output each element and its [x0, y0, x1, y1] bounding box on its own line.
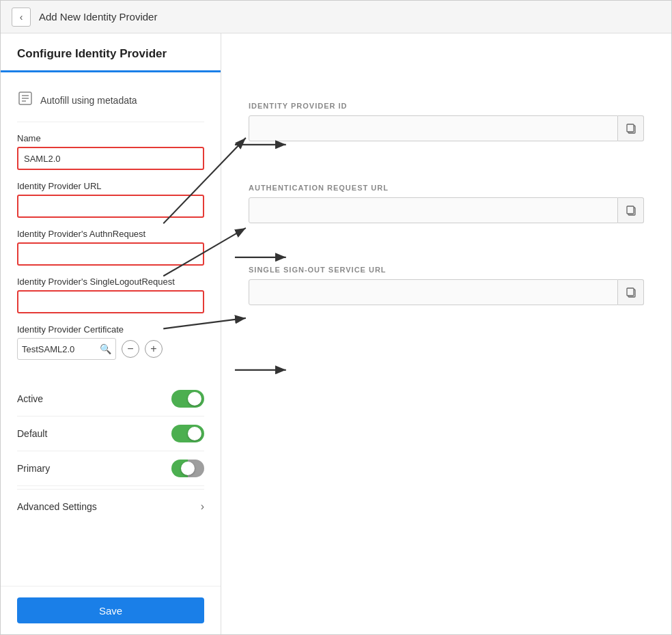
- back-icon: ‹: [20, 12, 23, 23]
- primary-toggle-knob: [181, 462, 195, 475]
- signout-url-input[interactable]: [249, 279, 618, 305]
- name-input[interactable]: [17, 147, 204, 170]
- cert-input-wrap: 🔍: [17, 338, 116, 360]
- left-panel: Configure Identity Provider Autofill usi…: [1, 33, 221, 634]
- default-toggle-knob: [188, 427, 201, 440]
- svg-rect-12: [627, 124, 634, 132]
- idp-id-section: IDENTITY PROVIDER ID: [249, 102, 644, 141]
- certificate-search-button[interactable]: 🔍: [100, 343, 111, 354]
- active-toggle-knob: [188, 392, 201, 406]
- autofill-icon: [17, 90, 33, 111]
- advanced-settings-row[interactable]: Advanced Settings ›: [17, 489, 204, 524]
- idp-id-input[interactable]: [249, 115, 618, 141]
- auth-url-title: AUTHENTICATION REQUEST URL: [249, 184, 644, 192]
- primary-toggle-row: Primary: [17, 451, 204, 486]
- svg-rect-16: [627, 288, 634, 296]
- name-field-group: Name: [17, 133, 204, 170]
- active-toggle[interactable]: [171, 390, 204, 408]
- primary-toggle[interactable]: [171, 460, 204, 477]
- primary-label: Primary: [17, 463, 50, 474]
- app-container: ‹ Add New Identity Provider Configure Id…: [0, 0, 672, 635]
- right-panel: IDENTITY PROVIDER ID AUTHENTICATION REQU…: [221, 33, 671, 634]
- single-logout-label: Identity Provider's SingleLogoutRequest: [17, 277, 204, 287]
- left-panel-header: Configure Identity Provider: [1, 33, 221, 72]
- default-toggle[interactable]: [171, 425, 204, 442]
- signout-url-section: SINGLE SIGN-OUT SERVICE URL: [249, 266, 644, 305]
- main-content: Configure Identity Provider Autofill usi…: [1, 33, 671, 634]
- certificate-remove-button[interactable]: −: [122, 340, 139, 358]
- copy-icon: [626, 123, 636, 134]
- active-toggle-row: Active: [17, 382, 204, 417]
- spacer: [17, 524, 204, 575]
- auth-url-section: AUTHENTICATION REQUEST URL: [249, 184, 644, 223]
- certificate-input[interactable]: [22, 344, 97, 354]
- copy-icon-3: [626, 287, 636, 298]
- certificate-label: Identity Provider Certificate: [17, 324, 204, 335]
- configure-heading: Configure Identity Provider: [17, 47, 204, 61]
- signout-url-input-row: [249, 279, 644, 305]
- active-label: Active: [17, 393, 43, 404]
- auth-url-input[interactable]: [249, 197, 618, 223]
- advanced-settings-label: Advanced Settings: [17, 501, 97, 512]
- save-button[interactable]: Save: [17, 597, 204, 623]
- idp-id-input-row: [249, 115, 644, 141]
- certificate-add-button[interactable]: +: [145, 340, 163, 358]
- signout-url-copy-button[interactable]: [618, 279, 644, 305]
- idp-id-title: IDENTITY PROVIDER ID: [249, 102, 644, 110]
- authn-request-input[interactable]: [17, 242, 204, 266]
- certificate-field-group: Identity Provider Certificate 🔍 − +: [17, 324, 204, 371]
- auth-url-input-row: [249, 197, 644, 223]
- top-bar: ‹ Add New Identity Provider: [1, 1, 671, 33]
- idp-url-field-group: Identity Provider URL: [17, 181, 204, 218]
- idp-url-input[interactable]: [17, 195, 204, 218]
- name-label: Name: [17, 133, 204, 143]
- autofill-row[interactable]: Autofill using metadata: [17, 83, 204, 122]
- idp-id-copy-button[interactable]: [618, 115, 644, 141]
- idp-url-label: Identity Provider URL: [17, 181, 204, 191]
- top-bar-title: Add New Identity Provider: [39, 11, 157, 23]
- chevron-right-icon: ›: [201, 500, 204, 513]
- certificate-row: 🔍 − +: [17, 338, 204, 360]
- single-logout-input[interactable]: [17, 290, 204, 313]
- signout-url-title: SINGLE SIGN-OUT SERVICE URL: [249, 266, 644, 274]
- single-logout-field-group: Identity Provider's SingleLogoutRequest: [17, 277, 204, 313]
- left-panel-body: Autofill using metadata Name Identity Pr…: [1, 72, 221, 586]
- default-label: Default: [17, 428, 47, 439]
- copy-icon-2: [626, 205, 636, 216]
- autofill-label: Autofill using metadata: [40, 95, 137, 106]
- authn-request-label: Identity Provider's AuthnRequest: [17, 229, 204, 239]
- auth-url-copy-button[interactable]: [618, 197, 644, 223]
- save-button-wrap: Save: [1, 586, 221, 634]
- back-button[interactable]: ‹: [12, 8, 31, 27]
- default-toggle-row: Default: [17, 417, 204, 451]
- svg-rect-14: [627, 206, 634, 214]
- authn-request-field-group: Identity Provider's AuthnRequest: [17, 229, 204, 266]
